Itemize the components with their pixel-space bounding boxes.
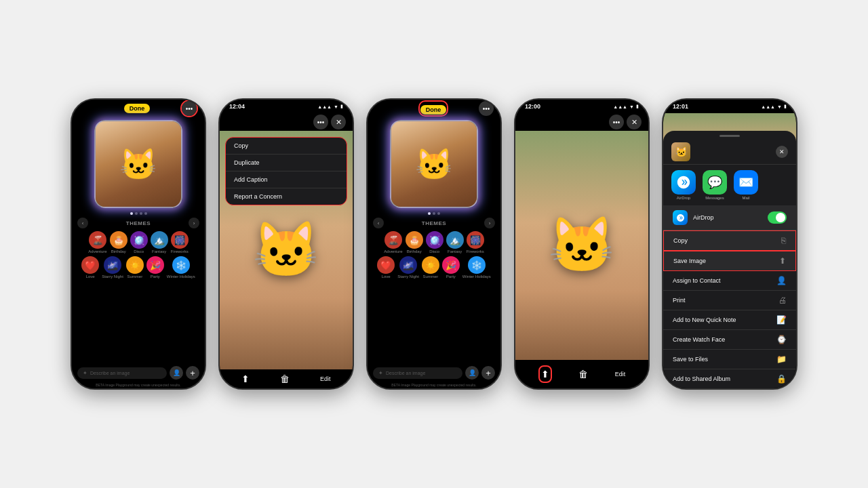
theme-circle-3-3: 🪩 (426, 231, 443, 249)
theme-name-birthday-3: Birthday (407, 249, 422, 253)
theme-adventure-3[interactable]: 🌋 Adventure (384, 231, 402, 253)
share-list-copy-5[interactable]: Copy ⎘ (663, 230, 796, 251)
share-close-button-5[interactable]: ✕ (776, 146, 788, 158)
dots-row-1 (72, 211, 205, 216)
close-button-2[interactable]: ✕ (331, 115, 346, 129)
context-report-2[interactable]: Report a Concern (226, 188, 347, 205)
theme-starry-3[interactable]: 🌌 Starry Night (397, 256, 419, 279)
share-list-quicknote-5[interactable]: Add to New Quick Note 📝 (663, 310, 796, 330)
more-button-3[interactable]: ••• (479, 101, 494, 116)
close-button-4[interactable]: ✕ (627, 115, 642, 129)
phone-2-top-bar: ••• ✕ (220, 113, 353, 131)
assign-icon-5: 👤 (776, 276, 787, 285)
theme-love-1[interactable]: ❤️ Love (81, 256, 99, 279)
theme-name-summer-1: Summer (127, 274, 142, 279)
theme-fantasy-1[interactable]: 🏔️ Fantasy (151, 231, 168, 253)
airdrop-toggle-5[interactable] (768, 211, 787, 224)
share-app-airdrop-5[interactable]: AirDrop (671, 170, 696, 200)
theme-summer-1[interactable]: ☀️ Summer (126, 256, 144, 279)
quicknote-label-5: Add to New Quick Note (673, 317, 736, 323)
themes-next-1[interactable]: › (189, 218, 199, 228)
share-list-airdrop-5[interactable]: AirDrop (663, 205, 796, 230)
airdrop-row-inner-5: AirDrop (673, 210, 714, 225)
context-copy-2[interactable]: Copy (226, 138, 347, 155)
describe-input-container-3[interactable]: ✦ Describe an image (373, 367, 462, 379)
theme-fantasy-3[interactable]: 🏔️ Fantasy (446, 231, 464, 253)
theme-birthday-3[interactable]: 🎂 Birthday (406, 231, 423, 253)
theme-birthday-1[interactable]: 🎂 Birthday (110, 231, 127, 253)
avatar-button-3[interactable]: 👤 (465, 366, 479, 380)
theme-fireworks-3[interactable]: 🎆 Fireworks (467, 231, 484, 253)
edit-button-4[interactable]: Edit (615, 371, 626, 378)
share-list-files-5[interactable]: Save to Files 📁 (663, 350, 796, 369)
cat-image-emoji-4: 🐱 (548, 214, 616, 277)
share-app-mail-5[interactable]: ✉️ Mail (734, 170, 758, 200)
add-button-1[interactable]: + (186, 366, 199, 380)
phone-2-screen: 12:04 ▲▲▲ ▼ ▮ ••• ✕ Copy Duplicate Add C… (220, 100, 353, 388)
theme-name-adventure-3: Adventure (384, 249, 402, 253)
theme-name-starry-1: Starry Night (102, 274, 123, 279)
done-btn-highlighted-3: Done (418, 100, 449, 117)
themes-prev-3[interactable]: ‹ (373, 218, 384, 228)
done-button-3[interactable]: Done (420, 105, 447, 115)
context-menu-2: Copy Duplicate Add Caption Report a Conc… (225, 137, 347, 205)
cat-emoji-1: 🐱 (119, 146, 157, 182)
share-button-2[interactable]: ⬆ (241, 373, 250, 384)
theme-summer-3[interactable]: ☀️ Summer (422, 256, 439, 279)
theme-name-party-1: Party (151, 274, 160, 279)
theme-party-1[interactable]: 🎉 Party (146, 256, 164, 279)
messages-label-5: Messages (705, 196, 724, 200)
themes-next-3[interactable]: › (484, 218, 495, 228)
theme-circle-4: 🏔️ (151, 231, 168, 249)
dot-1 (130, 212, 133, 215)
theme-adventure-1[interactable]: 🌋 Adventure (88, 231, 106, 253)
cat-emoji-3: 🐱 (415, 146, 453, 182)
watchface-icon-5: ⌚ (776, 335, 787, 344)
share-button-4[interactable]: ⬆ (541, 369, 549, 380)
theme-winter-3[interactable]: ❄️ Winter Holidays (462, 256, 491, 279)
avatar-button-1[interactable]: 👤 (170, 366, 183, 380)
share-list-shared-5[interactable]: Add to Shared Album 🔒 (663, 369, 796, 388)
theme-name-fantasy-1: Fantasy (152, 249, 166, 253)
cat-image-container-3: 🐱 (368, 117, 500, 211)
context-duplicate-2[interactable]: Duplicate (226, 155, 347, 171)
cat-image-3: 🐱 (390, 120, 478, 208)
more-button-2[interactable]: ••• (313, 115, 328, 129)
edit-button-2[interactable]: Edit (320, 375, 331, 382)
copy-icon-5: ⎘ (781, 236, 786, 245)
cat-image-emoji-2: 🐱 (252, 218, 320, 282)
theme-fireworks-1[interactable]: 🎆 Fireworks (171, 231, 189, 253)
describe-placeholder-3: Describe an image (386, 371, 425, 375)
delete-button-4[interactable]: 🗑 (578, 369, 588, 380)
add-button-3[interactable]: + (481, 366, 495, 380)
share-list-watchface-5[interactable]: Create Watch Face ⌚ (663, 330, 796, 350)
theme-party-3[interactable]: 🎉 Party (442, 256, 460, 279)
status-bar-5: 12:01 ▲▲▲ ▼ ▮ (663, 100, 796, 113)
share-list-assign-5[interactable]: Assign to Contact 👤 (663, 271, 796, 291)
theme-disco-1[interactable]: 🪩 Disco (130, 231, 148, 253)
phone-3-screen: Done ••• 🐱 ‹ THEMES (368, 100, 500, 388)
share-list-print-5[interactable]: Print 🖨 (663, 291, 796, 310)
theme-circle-3-1: 🌋 (384, 231, 402, 249)
wifi-icon-2: ▼ (334, 104, 338, 109)
copy-label-5: Copy (673, 237, 688, 244)
messages-icon-5: 💬 (703, 170, 727, 195)
theme-name-winter-3: Winter Holidays (462, 274, 491, 279)
theme-love-3[interactable]: ❤️ Love (377, 256, 395, 279)
describe-input-container-1[interactable]: ✦ Describe an image (77, 367, 167, 379)
themes-prev-1[interactable]: ‹ (77, 218, 88, 228)
sparkle-icon-1: ✦ (83, 370, 87, 376)
share-app-messages-5[interactable]: 💬 Messages (703, 170, 727, 200)
theme-circle-6: ❤️ (81, 256, 99, 274)
context-add-caption-2[interactable]: Add Caption (226, 171, 347, 188)
theme-winter-1[interactable]: ❄️ Winter Holidays (167, 256, 195, 279)
more-button-1[interactable]: ••• (182, 101, 197, 116)
delete-button-2[interactable]: 🗑 (280, 373, 290, 384)
theme-disco-3[interactable]: 🪩 Disco (426, 231, 443, 253)
done-button-1[interactable]: Done (124, 104, 151, 113)
more-button-4[interactable]: ••• (609, 115, 624, 129)
theme-name-love-1: Love (86, 274, 95, 279)
themes-header-1: ‹ THEMES › (77, 218, 199, 228)
share-list-save-image-5[interactable]: Save Image ⬆ (663, 251, 796, 271)
theme-starry-1[interactable]: 🌌 Starry Night (102, 256, 123, 279)
